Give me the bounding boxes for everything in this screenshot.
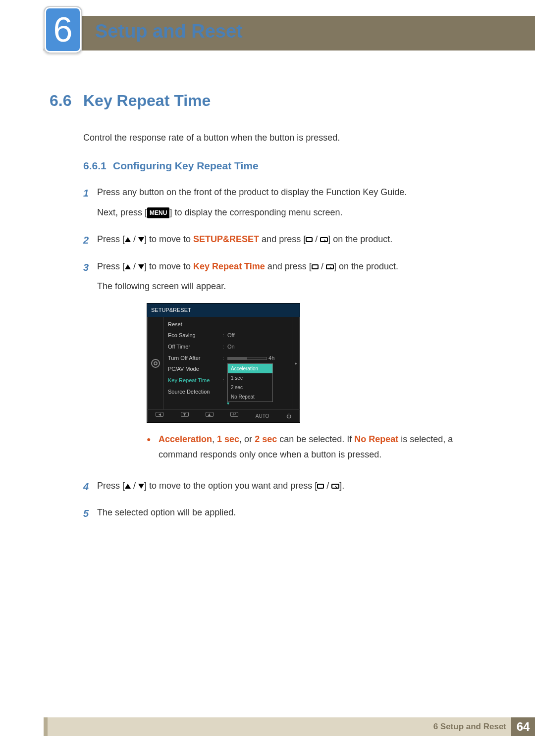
- page-footer: 6 Setup and Reset 64: [44, 717, 535, 736]
- enter-icon: [320, 237, 328, 242]
- back-icon: ◂: [156, 412, 163, 417]
- footer-breadcrumb: 6 Setup and Reset: [433, 722, 506, 732]
- osd-item: Eco Saving: [168, 331, 222, 340]
- step-text: The selected option will be applied.: [97, 505, 490, 520]
- osd-option: 1 sec: [228, 373, 272, 383]
- osd-option: No Repeat: [228, 392, 272, 402]
- enter-icon: [331, 484, 339, 489]
- step-number: 4: [83, 478, 97, 499]
- section-title: Key Repeat Time: [83, 92, 211, 109]
- arrow-up-icon: [125, 264, 131, 269]
- up-icon: ▴: [206, 412, 214, 417]
- chapter-title: Setup and Reset: [95, 21, 243, 42]
- chevron-right-icon: ▸: [292, 317, 300, 410]
- osd-value: Off: [227, 331, 288, 340]
- step-number: 5: [83, 505, 97, 525]
- osd-item: Reset: [168, 320, 222, 329]
- step-number: 3: [83, 259, 97, 471]
- arrow-up-icon: [125, 237, 131, 242]
- select-icon: [317, 484, 324, 489]
- chapter-tab: 6: [44, 6, 82, 53]
- bullet-text: Acceleration, 1 sec, or 2 sec can be sel…: [159, 432, 490, 462]
- step-text: Press [ / ] to move to the option you wa…: [97, 478, 490, 494]
- step-number: 1: [83, 185, 97, 225]
- highlight: Key Repeat Time: [193, 261, 265, 271]
- arrow-down-icon: [138, 264, 144, 269]
- step-text: Press any button on the front of the pro…: [97, 185, 490, 200]
- step-number: 2: [83, 232, 97, 252]
- enter-icon: [326, 264, 334, 269]
- step-text: Next, press [MENU] to display the corres…: [97, 205, 490, 220]
- page-content: 6.6Key Repeat Time Control the response …: [50, 92, 490, 532]
- step-2: 2 Press [ / ] to move to SETUP&RESET and…: [83, 232, 490, 252]
- step-text: Press [ / ] to move to Key Repeat Time a…: [97, 259, 490, 274]
- chapter-number: 6: [54, 10, 73, 50]
- down-icon: ▾: [181, 412, 189, 417]
- page-number: 64: [511, 717, 535, 736]
- highlight: SETUP&RESET: [193, 234, 259, 244]
- bullet-list: ● Acceleration, 1 sec, or 2 sec can be s…: [147, 432, 490, 462]
- step-text: Press [ / ] to move to SETUP&RESET and p…: [97, 232, 490, 247]
- step-1: 1 Press any button on the front of the p…: [83, 185, 490, 225]
- gear-icon: [151, 359, 160, 368]
- select-icon: [312, 264, 319, 269]
- power-icon: ⏻: [286, 412, 291, 420]
- osd-item-selected: Key Repeat Time: [168, 376, 222, 385]
- bullet-icon: ●: [147, 432, 159, 462]
- step-5: 5 The selected option will be applied.: [83, 505, 490, 525]
- section-intro: Control the response rate of a button wh…: [83, 133, 490, 143]
- arrow-down-icon: [138, 237, 144, 242]
- osd-value: On: [227, 342, 288, 352]
- auto-label: AUTO: [256, 412, 269, 420]
- osd-dropdown: Acceleration 1 sec 2 sec No Repeat: [227, 363, 273, 402]
- section-heading: 6.6Key Repeat Time: [50, 92, 490, 110]
- select-icon: [306, 237, 313, 242]
- osd-item: Off Timer: [168, 342, 222, 352]
- arrow-down-icon: [138, 484, 144, 489]
- osd-item: Turn Off After: [168, 353, 222, 363]
- menu-button-icon: MENU: [147, 207, 169, 218]
- step-3: 3 Press [ / ] to move to Key Repeat Time…: [83, 259, 490, 471]
- subsection-heading: 6.6.1Configuring Key Repeat Time: [83, 160, 490, 172]
- subsection-title: Configuring Key Repeat Time: [113, 160, 259, 171]
- osd-button-bar: ◂ ▾ ▴ ↵ AUTO ⏻: [147, 409, 300, 422]
- osd-title: SETUP&RESET: [147, 303, 300, 317]
- steps-list: 1 Press any button on the front of the p…: [83, 185, 490, 525]
- osd-screenshot: SETUP&RESET Reset Eco Saving:Off Off Tim…: [147, 303, 490, 423]
- section-number: 6.6: [50, 92, 83, 110]
- slider-icon: [227, 357, 267, 360]
- arrow-up-icon: [125, 484, 131, 489]
- osd-item: Source Detection: [168, 387, 222, 397]
- osd-value: 4h: [227, 353, 288, 363]
- osd-item: PC/AV Mode: [168, 364, 222, 374]
- osd-option: Acceleration: [228, 364, 272, 373]
- osd-option: 2 sec: [228, 383, 272, 392]
- subsection-number: 6.6.1: [83, 160, 113, 172]
- step-4: 4 Press [ / ] to move to the option you …: [83, 478, 490, 499]
- step-text: The following screen will appear.: [97, 279, 490, 294]
- enter-icon: ↵: [230, 412, 238, 417]
